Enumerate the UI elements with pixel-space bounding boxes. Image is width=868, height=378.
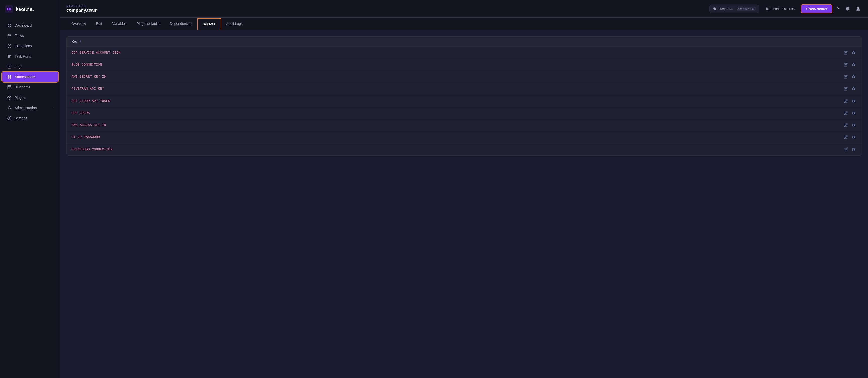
- task-runs-icon: [7, 54, 11, 59]
- edit-secret-button-0[interactable]: [843, 50, 849, 56]
- bell-icon: [845, 6, 850, 11]
- delete-secret-button-0[interactable]: [850, 50, 857, 56]
- svg-rect-20: [9, 75, 11, 77]
- administration-icon: [7, 106, 11, 110]
- inherited-secrets-icon: [766, 7, 769, 10]
- row-actions-4: [843, 98, 857, 104]
- tab-variables[interactable]: Variables: [107, 18, 131, 30]
- breadcrumb-parent: Namespaces: [66, 4, 98, 7]
- sidebar-item-label-flows: Flows: [14, 34, 24, 38]
- edit-secret-button-3[interactable]: [843, 86, 849, 92]
- tabs-bar: Overview Edit Variables Plugin defaults …: [60, 18, 868, 30]
- table-row: GCP_CREDS: [67, 107, 862, 119]
- secrets-table: Key ⇅ GCP_SERVICE_ACCOUNT_JSON: [66, 36, 862, 155]
- row-actions-5: [843, 110, 857, 116]
- top-header: Namespaces company.team Jump to... Ctrl/…: [60, 0, 868, 18]
- svg-point-9: [10, 35, 10, 36]
- table-row: DBT_CLOUD_API_TOKEN: [67, 95, 862, 107]
- sidebar-item-label-task-runs: Task Runs: [14, 54, 31, 58]
- sidebar-item-dashboard[interactable]: Dashboard: [2, 20, 58, 30]
- svg-rect-13: [7, 56, 10, 57]
- table-row: BLOB_CONNECTION: [67, 59, 862, 71]
- edit-secret-button-6[interactable]: [843, 122, 849, 128]
- svg-point-29: [714, 7, 716, 9]
- secret-key-2: AWS_SECRET_KEY_ID: [71, 75, 843, 79]
- edit-icon: [844, 135, 848, 139]
- delete-icon: [852, 87, 856, 91]
- delete-secret-button-1[interactable]: [850, 62, 857, 68]
- sidebar-item-label-settings: Settings: [14, 116, 27, 120]
- svg-rect-23: [7, 85, 11, 89]
- secret-key-5: GCP_CREDS: [71, 111, 843, 115]
- delete-icon: [852, 148, 856, 151]
- delete-secret-button-4[interactable]: [850, 98, 857, 104]
- row-actions-7: [843, 134, 857, 140]
- delete-secret-button-3[interactable]: [850, 86, 857, 92]
- edit-secret-button-5[interactable]: [843, 110, 849, 116]
- sidebar-item-namespaces[interactable]: Namespaces: [2, 72, 58, 82]
- edit-secret-button-2[interactable]: [843, 74, 849, 80]
- row-actions-6: [843, 122, 857, 128]
- sidebar-item-label-executions: Executions: [14, 44, 32, 48]
- tab-edit[interactable]: Edit: [91, 18, 107, 30]
- svg-rect-6: [7, 26, 9, 27]
- delete-secret-button-2[interactable]: [850, 74, 857, 80]
- edit-secret-button-7[interactable]: [843, 134, 849, 140]
- sidebar-item-task-runs[interactable]: Task Runs: [2, 51, 58, 61]
- sidebar-item-blueprints[interactable]: Blueprints: [2, 82, 58, 92]
- row-actions-8: [843, 146, 857, 152]
- svg-rect-12: [7, 55, 11, 56]
- plugins-icon: [7, 95, 11, 100]
- breadcrumb-title: company.team: [66, 7, 98, 13]
- sidebar-item-label-administration: Administration: [14, 106, 37, 110]
- sidebar-item-settings[interactable]: Settings: [2, 113, 58, 123]
- table-row: AWS_SECRET_KEY_ID: [67, 71, 862, 83]
- delete-secret-button-5[interactable]: [850, 110, 857, 116]
- svg-rect-21: [7, 77, 9, 79]
- delete-secret-button-7[interactable]: [850, 134, 857, 140]
- table-area: Key ⇅ GCP_SERVICE_ACCOUNT_JSON: [60, 30, 868, 378]
- svg-rect-14: [7, 57, 9, 58]
- row-actions-3: [843, 86, 857, 92]
- svg-rect-22: [9, 77, 11, 79]
- edit-secret-button-4[interactable]: [843, 98, 849, 104]
- delete-secret-button-6[interactable]: [850, 122, 857, 128]
- secret-key-6: AWS_ACCESS_KEY_ID: [71, 123, 843, 127]
- logo-text: kestra.: [16, 6, 34, 12]
- kestra-logo-icon: [5, 5, 13, 13]
- main-content: Namespaces company.team Jump to... Ctrl/…: [60, 0, 868, 378]
- svg-rect-5: [10, 24, 11, 25]
- tab-secrets[interactable]: Secrets: [197, 18, 221, 30]
- delete-secret-button-8[interactable]: [850, 146, 857, 152]
- edit-secret-button-1[interactable]: [843, 62, 849, 68]
- tab-overview[interactable]: Overview: [66, 18, 91, 30]
- sidebar-item-executions[interactable]: Executions: [2, 41, 58, 51]
- sidebar-item-label-blueprints: Blueprints: [14, 85, 30, 89]
- tab-dependencies[interactable]: Dependencies: [165, 18, 197, 30]
- edit-secret-button-8[interactable]: [843, 146, 849, 152]
- row-actions-2: [843, 74, 857, 80]
- edit-icon: [844, 87, 848, 91]
- help-button[interactable]: ?: [835, 4, 841, 13]
- delete-icon: [852, 135, 856, 139]
- sidebar-item-logs[interactable]: Logs: [2, 62, 58, 71]
- svg-point-26: [9, 97, 10, 98]
- sidebar-item-administration[interactable]: Administration ›: [2, 103, 58, 113]
- tab-audit-logs[interactable]: Audit Logs: [221, 18, 248, 30]
- user-menu-button[interactable]: [855, 5, 862, 12]
- tab-plugin-defaults[interactable]: Plugin defaults: [132, 18, 165, 30]
- svg-line-30: [716, 9, 716, 10]
- sidebar-item-flows[interactable]: Flows: [2, 31, 58, 41]
- inherited-secrets-button[interactable]: Inherited secrets: [763, 5, 798, 12]
- svg-point-31: [766, 7, 768, 8]
- new-secret-button[interactable]: + New secret: [801, 4, 832, 13]
- notifications-button[interactable]: [844, 5, 851, 12]
- table-row: AWS_ACCESS_KEY_ID: [67, 119, 862, 131]
- search-bar[interactable]: Jump to... Ctrl/Cmd + K: [709, 5, 760, 13]
- secrets-rows: GCP_SERVICE_ACCOUNT_JSON: [67, 47, 862, 155]
- sidebar-item-label-namespaces: Namespaces: [14, 75, 35, 79]
- sidebar-item-plugins[interactable]: Plugins: [2, 92, 58, 103]
- column-key-header[interactable]: Key ⇅: [71, 40, 857, 43]
- help-icon: ?: [837, 6, 839, 11]
- sidebar-item-label-logs: Logs: [14, 65, 22, 68]
